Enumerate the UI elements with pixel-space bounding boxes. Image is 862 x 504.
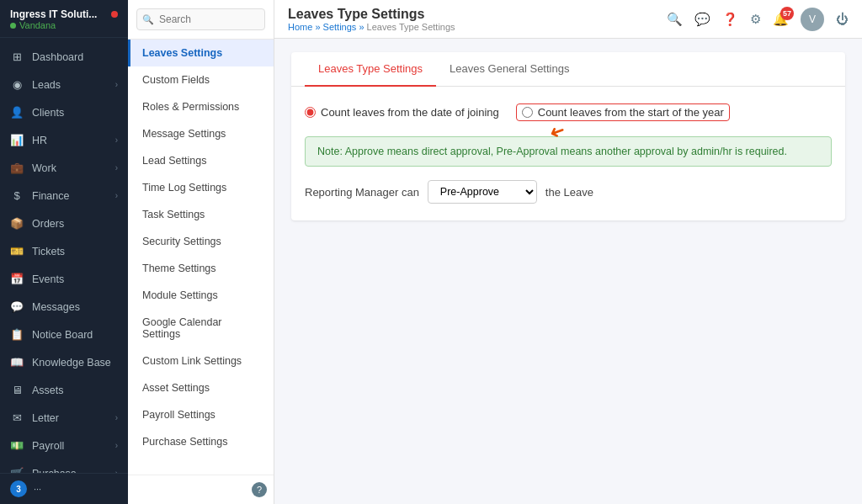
tabs-container: Leaves Type Settings Leaves General Sett… [291,52,845,87]
sidebar-item-purchase[interactable]: 🛒 Purchase › [0,459,128,473]
page-title: Leaves Type Settings [288,7,455,22]
sidebar-item-label: Messages [32,301,80,313]
settings-search-container: 🔍 [128,0,274,40]
red-dot-icon [111,11,118,18]
sidebar-item-label: Orders [32,218,64,230]
sidebar-item-hr[interactable]: 📊 HR › [0,126,128,154]
reporting-row: Reporting Manager can Approve Pre-Approv… [305,180,832,204]
sidebar-item-label: Work [32,162,56,174]
settings-menu-item-task-settings[interactable]: Task Settings [128,201,274,228]
app-name: Ingress IT Soluti... [10,8,97,20]
leads-icon: ◉ [10,78,24,91]
sidebar-item-label: Notice Board [32,329,93,341]
finance-icon: $ [10,189,24,202]
sidebar-item-label: Clients [32,107,64,119]
radio-label-date-of-joining: Count leaves from the date of joining [321,106,499,119]
settings-menu-item-lead-settings[interactable]: Lead Settings [128,147,274,174]
power-icon[interactable]: ⏻ [836,12,849,26]
sidebar-item-finance[interactable]: $ Finance › [0,182,128,210]
chevron-right-icon: › [115,163,118,172]
sidebar-item-events[interactable]: 📅 Events [0,265,128,293]
work-icon: 💼 [10,162,24,174]
payroll-icon: 💵 [10,439,24,452]
settings-menu-item-message-settings[interactable]: Message Settings [128,120,274,147]
settings-menu-item-custom-link-settings[interactable]: Custom Link Settings [128,347,274,374]
sidebar-item-label: Assets [32,385,64,396]
reporting-select[interactable]: Approve Pre-Approve [428,180,537,204]
purchase-icon: 🛒 [10,467,24,473]
chevron-right-icon: › [115,135,118,145]
settings-menu-item-time-log-settings[interactable]: Time Log Settings [128,174,274,201]
settings-menu-item-asset-settings[interactable]: Asset Settings [128,374,274,401]
settings-menu-item-module-settings[interactable]: Module Settings [128,282,274,309]
sidebar-item-knowledge-base[interactable]: 📖 Knowledge Base [0,348,128,376]
settings-help: ? [128,475,274,504]
settings-topbar-icon[interactable]: ⚙ [750,12,761,27]
settings-menu-item-leaves-settings[interactable]: Leaves Settings [128,40,274,66]
main-content: Leaves Type Settings Home » Settings » L… [274,0,862,504]
settings-menu-item-roles-permissions[interactable]: Roles & Permissions [128,93,274,120]
settings-menu-item-payroll-settings[interactable]: Payroll Settings [128,401,274,428]
info-text: Note: Approve means direct approval, Pre… [317,146,787,157]
chevron-right-icon: › [115,80,118,89]
breadcrumb-sep1: » [315,22,322,32]
sidebar-item-work[interactable]: 💼 Work › [0,154,128,182]
avatar[interactable]: V [801,8,824,31]
radio-start-of-year[interactable] [522,107,533,118]
messages-icon: 💬 [10,300,24,313]
tab-content: Count leaves from the date of joining Co… [291,87,845,220]
sidebar-item-dashboard[interactable]: ⊞ Dashboard [0,43,128,71]
settings-menu-item-security-settings[interactable]: Security Settings [128,228,274,255]
sidebar-item-messages[interactable]: 💬 Messages [0,293,128,321]
sidebar-bottom: 3 ··· [0,473,128,504]
sidebar-item-label: Events [32,273,64,285]
sidebar-item-notice-board[interactable]: 📋 Notice Board [0,321,128,348]
tab-leaves-type-settings[interactable]: Leaves Type Settings [305,52,436,87]
info-box: Note: Approve means direct approval, Pre… [305,136,832,167]
sidebar-item-assets[interactable]: 🖥 Assets [0,376,128,404]
sidebar-item-payroll[interactable]: 💵 Payroll › [0,432,128,459]
sidebar-item-label: Finance [32,190,69,202]
sidebar-item-label: Payroll [32,440,64,452]
status-dot [10,23,16,29]
orders-icon: 📦 [10,217,24,230]
settings-menu: Leaves Settings Custom Fields Roles & Pe… [128,40,274,475]
search-input[interactable] [136,8,265,30]
sidebar-item-letter[interactable]: ✉ Letter › [0,404,128,432]
search-topbar-icon[interactable]: 🔍 [667,12,683,27]
help-topbar-icon[interactable]: ❓ [722,12,738,27]
help-icon[interactable]: ? [252,482,267,497]
tab-leaves-general-settings[interactable]: Leaves General Settings [436,52,583,87]
settings-panel: 🔍 Leaves Settings Custom Fields Roles & … [128,0,274,504]
knowledge-base-icon: 📖 [10,356,24,369]
dashboard-icon: ⊞ [10,50,24,63]
notification-icon[interactable]: 🔔 57 [773,12,789,27]
sidebar-item-tickets[interactable]: 🎫 Tickets [0,237,128,265]
topbar: Leaves Type Settings Home » Settings » L… [274,0,862,39]
breadcrumb-settings[interactable]: Settings [323,22,357,32]
sidebar-item-leads[interactable]: ◉ Leads › [0,71,128,98]
breadcrumb-home[interactable]: Home [288,22,312,32]
chevron-right-icon: › [115,191,118,200]
chat-icon[interactable]: 💬 [694,12,710,27]
sidebar-item-orders[interactable]: 📦 Orders [0,210,128,237]
reporting-suffix-label: the Leave [545,186,593,199]
settings-menu-item-custom-fields[interactable]: Custom Fields [128,66,274,93]
radio-option-date-of-joining[interactable]: Count leaves from the date of joining [305,106,499,119]
settings-menu-item-google-calendar-settings[interactable]: Google Calendar Settings [128,309,274,347]
radio-date-of-joining[interactable] [305,107,316,118]
radio-option-start-of-year[interactable]: Count leaves from the start of the year [516,103,730,121]
sidebar-item-label: Leads [32,79,61,91]
notification-badge: 57 [780,7,794,20]
reporting-prefix-label: Reporting Manager can [305,186,419,199]
radio-group: Count leaves from the date of joining Co… [305,103,832,121]
letter-icon: ✉ [10,411,24,424]
sidebar-item-clients[interactable]: 👤 Clients [0,98,128,126]
settings-menu-item-theme-settings[interactable]: Theme Settings [128,255,274,282]
sidebar-item-label: Dashboard [32,51,83,63]
sidebar-item-label: Letter [32,412,59,424]
topbar-icons: 🔍 💬 ❓ ⚙ 🔔 57 V ⏻ [667,8,849,31]
sidebar: Ingress IT Soluti... Vandana ⊞ Dashboard… [0,0,128,504]
settings-menu-item-purchase-settings[interactable]: Purchase Settings [128,428,274,455]
sidebar-item-label: Tickets [32,246,65,257]
